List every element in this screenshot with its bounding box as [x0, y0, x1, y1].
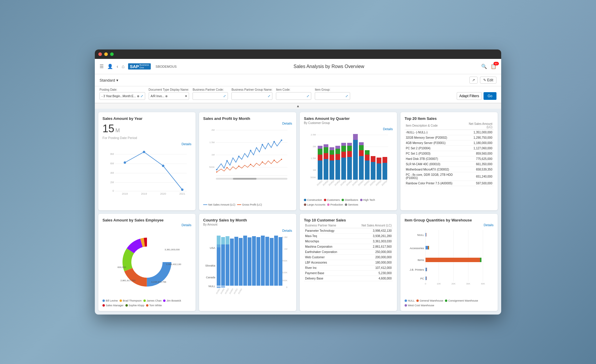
svg-text:1.5M: 1.5M	[209, 141, 215, 144]
svg-rect-75	[347, 146, 352, 151]
svg-rect-57	[324, 159, 328, 180]
sales-profit-chart: 2M 1.5M 1M 500K	[203, 125, 292, 201]
bp-code-expand-icon[interactable]: ⤢	[223, 94, 226, 98]
svg-text:Canada: Canada	[206, 276, 215, 279]
svg-rect-171	[426, 233, 426, 236]
tom-white-icon	[146, 304, 148, 307]
svg-text:260K: 260K	[282, 279, 287, 282]
bp-group-input[interactable]: ⤢	[231, 92, 272, 100]
svg-rect-54	[318, 155, 322, 161]
svg-text:2,861,617,560: 2,861,617,560	[120, 279, 136, 282]
minimize-dot[interactable]	[104, 52, 108, 56]
svg-text:2019Q2: 2019Q2	[346, 180, 352, 186]
svg-text:0: 0	[112, 189, 114, 192]
svg-rect-131	[234, 237, 238, 286]
item-group-input[interactable]: ⤢	[315, 92, 350, 100]
customer-value: 2,861,617,560	[350, 244, 393, 249]
edit-button[interactable]: ✎ Edit	[480, 77, 496, 84]
svg-rect-83	[365, 161, 370, 180]
svg-text:600,000: 600,000	[117, 266, 126, 269]
item-value: 775,625,000	[462, 156, 494, 162]
svg-rect-62	[330, 155, 334, 161]
bp-group-expand-icon[interactable]: ⤢	[268, 94, 270, 98]
export-button[interactable]: ↗	[469, 77, 478, 84]
sales-year-details[interactable]: Details	[102, 142, 191, 146]
country-details[interactable]: Details	[203, 229, 292, 233]
notifications-icon[interactable]: 📋 60	[491, 64, 496, 69]
card-item-group-qty: Item Group Quantities by Warehouse Detai…	[400, 214, 498, 311]
svg-text:2019Q1: 2019Q1	[233, 288, 238, 294]
back-icon[interactable]: ‹	[117, 64, 118, 69]
card-top20-items: Top 20 Item Sales Item Description & Cod…	[400, 112, 498, 210]
menu-icon[interactable]: ☰	[100, 64, 104, 69]
collapse-filters-button[interactable]: ▲	[95, 103, 501, 109]
go-button[interactable]: Go	[484, 92, 496, 100]
svg-text:NULL: NULL	[208, 285, 215, 288]
item-value: 651,240,000	[462, 172, 494, 181]
posting-date-input[interactable]: - 3 Year:Begin...Month:E... ⊗ ⤢	[100, 92, 145, 100]
customer-name: Parameter Technology	[304, 228, 350, 233]
svg-text:2018: 2018	[122, 192, 128, 195]
svg-text:Slovakia: Slovakia	[205, 264, 215, 267]
top10-table: Business Partner Name Net Sales Amount (…	[304, 223, 393, 281]
card-country-sales: Country Sales by Month By Amount Details…	[199, 214, 296, 311]
svg-point-35	[226, 167, 228, 168]
customer-name: Microchips	[304, 239, 350, 244]
top10-title: Top 10 Customer Sales	[304, 218, 393, 222]
svg-rect-89	[377, 158, 381, 163]
item-code-expand-icon[interactable]: ⤢	[307, 94, 309, 98]
item-code-input[interactable]: ⤢	[276, 92, 311, 100]
card-sales-profit-month: Sales and Profit by Month Details 2M 1.5…	[199, 112, 296, 210]
customers-dot-icon	[324, 199, 326, 201]
item-group-details[interactable]: Details	[405, 223, 494, 227]
doc-type-input[interactable]: A/R Invo... ⊗ ▾	[149, 92, 189, 100]
home-icon[interactable]: ⌂	[122, 64, 125, 69]
item-value: 859,560,000	[462, 151, 494, 156]
sap-logo: SAP BusinessOne	[128, 63, 151, 70]
top20-col1-header: Item Description & Code	[405, 121, 462, 130]
employee-details[interactable]: Details	[102, 223, 191, 227]
svg-text:4M: 4M	[110, 171, 114, 174]
svg-text:2020: 2020	[160, 192, 166, 195]
svg-rect-177	[426, 268, 427, 271]
svg-text:2019Q3: 2019Q3	[352, 180, 358, 186]
svg-text:PC: PC	[420, 277, 424, 280]
card-sales-by-year-title: Sales Amount by Year	[102, 116, 191, 121]
close-dot[interactable]	[98, 52, 102, 56]
svg-rect-65	[335, 160, 340, 180]
customer-name: Web Customer	[304, 254, 350, 260]
user-icon[interactable]: 👤	[107, 64, 113, 69]
customer-value: 180,000,000	[350, 260, 393, 265]
top20-table: Item Description & Code Net Sales Amount…	[405, 121, 494, 186]
sales-profit-details[interactable]: Details	[203, 121, 292, 125]
filters-row: Posting Date: - 3 Year:Begin...Month:E..…	[95, 86, 501, 103]
standard-dropdown[interactable]: Standard ▾	[100, 78, 118, 82]
maximize-dot[interactable]	[110, 52, 114, 56]
svg-point-31	[262, 144, 263, 145]
svg-text:500K: 500K	[310, 176, 316, 179]
filter-expand-icon[interactable]: ⤢	[140, 94, 143, 98]
svg-text:2M: 2M	[110, 181, 114, 184]
item-group-expand-icon[interactable]: ⤢	[345, 94, 348, 98]
search-icon[interactable]: 🔍	[481, 64, 487, 69]
chevron-down-icon2: ▾	[185, 94, 187, 98]
table-row: -NULL- (-NULL-)1,351,000,000	[405, 130, 494, 135]
bp-code-input[interactable]: ⤢	[193, 92, 228, 100]
svg-rect-78	[353, 134, 358, 140]
bp-group-label: Business Partner Group Name:	[231, 88, 272, 91]
west-coast-warehouse-icon	[405, 304, 407, 307]
bp-code-label: Business Partner Code:	[193, 88, 228, 91]
adapt-filters-button[interactable]: Adapt Filters	[457, 92, 482, 100]
customer-value: 107,412,000	[350, 265, 393, 270]
item-code-label: Item Code:	[276, 88, 311, 91]
table-row: Payment Base5,230,000	[304, 270, 393, 276]
james-chan-icon	[143, 300, 146, 302]
quarter-details[interactable]: Details	[304, 127, 393, 131]
general-warehouse-icon	[416, 300, 419, 302]
kpi-sub: For Posting Date Period	[102, 136, 191, 140]
customer-value: 3,938,261,280	[350, 233, 393, 239]
table-row: Delivery Base4,600,000	[304, 276, 393, 281]
top20-title: Top 20 Item Sales	[405, 116, 494, 121]
item-name: Motherboard MicroATX (C00002)	[405, 167, 462, 172]
svg-rect-55	[318, 149, 322, 155]
